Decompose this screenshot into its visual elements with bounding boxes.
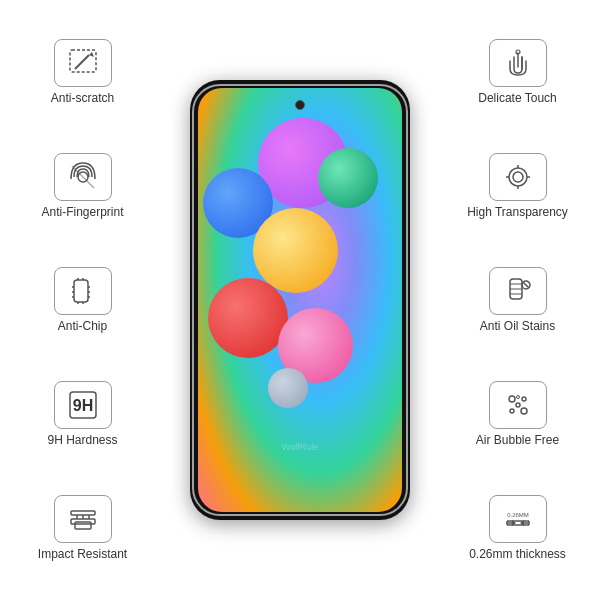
thickness-label: 0.26mm thickness (469, 547, 566, 561)
feature-9h-hardness: 9H 9H Hardness (10, 381, 155, 447)
scratch-icon (67, 47, 99, 79)
svg-line-36 (523, 282, 529, 288)
feature-anti-oil: Anti Oil Stains (445, 267, 590, 333)
camera-hole (295, 100, 305, 110)
feature-delicate-touch: Delicate Touch (445, 39, 590, 105)
thickness-icon: 0.26MM (502, 503, 534, 535)
high-transparency-label: High Transparency (467, 205, 568, 219)
impact-resistant-label: Impact Resistant (38, 547, 127, 561)
svg-point-39 (510, 409, 514, 413)
anti-fingerprint-icon-box (54, 153, 112, 201)
svg-point-41 (516, 403, 520, 407)
phone-area: WolfRule (190, 80, 410, 520)
feature-high-transparency: High Transparency (445, 153, 590, 219)
feature-anti-fingerprint: Anti-Fingerprint (10, 153, 155, 219)
anti-chip-label: Anti-Chip (58, 319, 107, 333)
phone-outer: WolfRule (190, 80, 410, 520)
phone-screen-inner: WolfRule (198, 88, 402, 512)
fingerprint-icon (67, 161, 99, 193)
svg-point-26 (513, 172, 523, 182)
svg-point-38 (522, 397, 526, 401)
phone-screen: WolfRule (198, 88, 402, 512)
thickness-icon-box: 0.26MM (489, 495, 547, 543)
svg-rect-5 (74, 280, 88, 302)
features-right: Delicate Touch High Transparency (445, 0, 590, 600)
feature-anti-scratch: Anti-scratch (10, 39, 155, 105)
svg-point-25 (509, 168, 527, 186)
svg-marker-2 (89, 52, 94, 57)
bubble-teal (318, 148, 378, 208)
touch-icon (502, 47, 534, 79)
anti-fingerprint-label: Anti-Fingerprint (41, 205, 123, 219)
delicate-touch-label: Delicate Touch (478, 91, 557, 105)
anti-scratch-icon-box (54, 39, 112, 87)
anti-scratch-label: Anti-scratch (51, 91, 114, 105)
9h-icon-box: 9H (54, 381, 112, 429)
bubble-icon-box (489, 381, 547, 429)
bubble-red (208, 278, 288, 358)
bubble-yellow (253, 208, 338, 293)
9h-hardness-label: 9H Hardness (47, 433, 117, 447)
svg-rect-20 (71, 511, 95, 515)
svg-text:0.26MM: 0.26MM (507, 512, 529, 518)
svg-line-1 (75, 55, 89, 69)
svg-point-24 (516, 50, 520, 54)
bubble-small-gray (268, 368, 308, 408)
feature-impact-resistant: Impact Resistant (10, 495, 155, 561)
watermark: WolfRule (282, 442, 318, 452)
impact-icon (67, 503, 99, 535)
oil-icon-box (489, 267, 547, 315)
anti-oil-label: Anti Oil Stains (480, 319, 555, 333)
9h-icon: 9H (67, 389, 99, 421)
impact-icon-box (54, 495, 112, 543)
delicate-touch-icon-box (489, 39, 547, 87)
feature-air-bubble: Air Bubble Free (445, 381, 590, 447)
bubble-free-icon (502, 389, 534, 421)
feature-thickness: 0.26MM 0.26mm thickness (445, 495, 590, 561)
svg-rect-19 (75, 522, 91, 529)
chip-icon (67, 275, 99, 307)
oil-icon (502, 275, 534, 307)
air-bubble-label: Air Bubble Free (476, 433, 559, 447)
feature-anti-chip: Anti-Chip (10, 267, 155, 333)
anti-chip-icon-box (54, 267, 112, 315)
main-container: Anti-scratch Anti-Fingerprint (0, 0, 600, 600)
features-left: Anti-scratch Anti-Fingerprint (10, 0, 155, 600)
svg-point-37 (509, 396, 515, 402)
svg-point-40 (521, 408, 527, 414)
transparency-icon-box (489, 153, 547, 201)
svg-point-42 (516, 396, 519, 399)
transparency-icon (502, 161, 534, 193)
svg-text:9H: 9H (72, 397, 92, 414)
